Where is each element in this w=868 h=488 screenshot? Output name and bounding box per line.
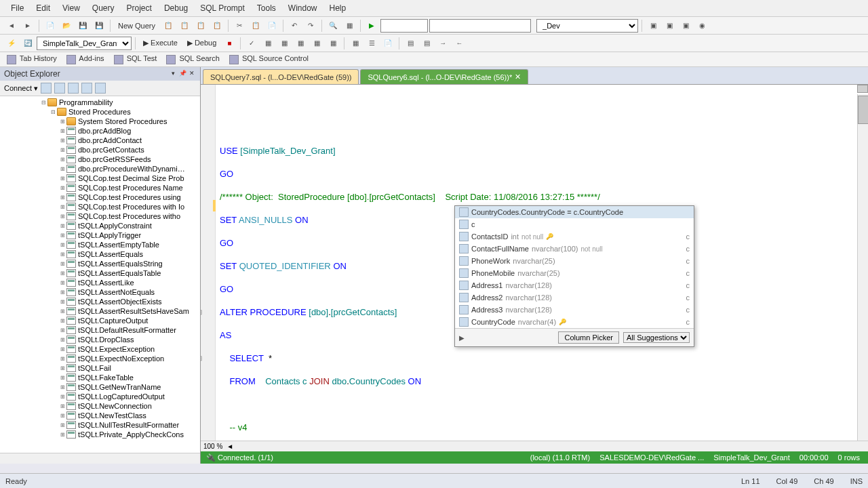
- node-proc[interactable]: ⊞tSQLt.GetNewTranName: [1, 382, 199, 392]
- misc4-icon[interactable]: ◉: [694, 18, 709, 33]
- intellisense-item[interactable]: ContactFullName nvarchar(100) not nullc: [455, 243, 694, 255]
- tree-toggle-icon[interactable]: ⊞: [58, 185, 66, 191]
- dropdown-icon[interactable]: ▾: [169, 70, 177, 78]
- text-icon[interactable]: ☰: [364, 36, 379, 51]
- node-proc[interactable]: ⊞tSQLt.NullTestResultFormatter: [1, 420, 199, 430]
- play-icon[interactable]: ▶: [364, 18, 379, 33]
- node-proc[interactable]: ⊞dbo.prcProcedureWithDynami…: [1, 164, 199, 174]
- change-icon[interactable]: 🔄: [20, 36, 35, 51]
- node-proc[interactable]: ⊞SQLCop.test Procedures Name: [1, 183, 199, 192]
- nq-icon[interactable]: 📋: [161, 18, 176, 33]
- menu-sql-prompt[interactable]: SQL Prompt: [195, 1, 250, 15]
- node-proc[interactable]: ⊞dbo.prcGetContacts: [1, 145, 199, 155]
- combo2[interactable]: [429, 19, 531, 33]
- tree-toggle-icon[interactable]: ⊞: [58, 422, 66, 428]
- env-combo[interactable]: _Dev: [536, 19, 638, 33]
- tree-toggle-icon[interactable]: ⊞: [58, 308, 66, 314]
- node-proc[interactable]: ⊞tSQLt.ExpectException: [1, 344, 199, 354]
- node-proc[interactable]: ⊞tSQLt.AssertLike: [1, 278, 199, 287]
- plan-icon[interactable]: ▦: [260, 36, 275, 51]
- tree-toggle-icon[interactable]: ⊞: [58, 214, 66, 220]
- database-combo[interactable]: SimpleTalk_Dev_Grant: [37, 37, 132, 50]
- tree-toggle-icon[interactable]: ⊞: [58, 223, 66, 229]
- uncomment-icon[interactable]: ▤: [419, 36, 434, 51]
- node-proc[interactable]: ⊞tSQLt.DropClass: [1, 335, 199, 344]
- opt4-icon[interactable]: ▦: [326, 36, 340, 51]
- opt1-icon[interactable]: ▦: [277, 36, 292, 51]
- tree-toggle-icon[interactable]: ⊞: [58, 413, 66, 419]
- menu-view[interactable]: View: [57, 1, 85, 15]
- editor-hscroll[interactable]: 100 % ◄: [201, 441, 868, 451]
- tree-toggle-icon[interactable]: ⊞: [58, 280, 66, 286]
- intellisense-item[interactable]: PhoneMobile nvarchar(25)c: [455, 267, 694, 279]
- node-proc[interactable]: ⊞tSQLt.AssertNotEquals: [1, 287, 199, 297]
- node-proc[interactable]: ⊞dbo.prcGetRSSFeeds: [1, 155, 199, 164]
- misc3-icon[interactable]: ▣: [678, 18, 693, 33]
- menu-debug[interactable]: Debug: [159, 1, 193, 15]
- tree-toggle-icon[interactable]: ⊞: [58, 375, 66, 381]
- tab-inactive[interactable]: SQLQuery7.sql - (l...O-DEV\RedGate (59)): [203, 69, 359, 84]
- node-programmability[interactable]: ⊟Programmability: [1, 98, 199, 107]
- tree-toggle-icon[interactable]: ⊞: [58, 356, 66, 362]
- tree-toggle-icon[interactable]: ⊞: [58, 195, 66, 201]
- disconnect-icon[interactable]: [41, 83, 52, 94]
- nq3-icon[interactable]: 📋: [193, 18, 208, 33]
- menu-project[interactable]: Project: [121, 1, 157, 15]
- tree-toggle-icon[interactable]: ⊞: [58, 147, 66, 153]
- addin-sql-test[interactable]: SQL Test: [111, 54, 160, 64]
- menu-help[interactable]: Help: [324, 1, 352, 15]
- tree-toggle-icon[interactable]: ⊞: [58, 394, 66, 400]
- undo-icon[interactable]: ↶: [287, 18, 302, 33]
- tree-toggle-icon[interactable]: ⊞: [58, 289, 66, 296]
- addin-add-ins[interactable]: Add-ins: [64, 54, 107, 64]
- node-proc[interactable]: ⊞SQLCop.test Decimal Size Prob: [1, 174, 199, 183]
- editor-vscroll[interactable]: [857, 94, 868, 441]
- tab-active[interactable]: SQLQuery6.sql - (l...O-DEV\RedGate (56))…: [360, 69, 528, 84]
- tree-toggle-icon[interactable]: ⊞: [58, 270, 66, 277]
- node-proc[interactable]: ⊞tSQLt.FakeTable: [1, 373, 199, 382]
- node-proc[interactable]: ⊞SQLCop.test Procedures witho: [1, 211, 199, 221]
- split-marker[interactable]: [857, 85, 868, 93]
- node-system-stored-procedures[interactable]: ⊞System Stored Procedures: [1, 117, 199, 126]
- pin-icon[interactable]: 📌: [178, 70, 186, 78]
- tab-close-icon[interactable]: ✕: [515, 73, 521, 81]
- new-query-button[interactable]: New Query: [114, 20, 159, 31]
- tree-toggle-icon[interactable]: ⊞: [58, 251, 66, 258]
- node-proc[interactable]: ⊞tSQLt.ApplyConstraint: [1, 221, 199, 230]
- intellisense-item[interactable]: CountryCode nvarchar(4) 🔑c: [455, 316, 694, 328]
- node-proc[interactable]: ⊞tSQLt.CaptureOutput: [1, 316, 199, 325]
- node-proc[interactable]: ⊞SQLCop.test Procedures using: [1, 192, 199, 202]
- tree-toggle-icon[interactable]: ⊞: [58, 432, 66, 438]
- paste-icon[interactable]: 📄: [264, 18, 279, 33]
- menu-file[interactable]: File: [5, 1, 29, 15]
- node-proc[interactable]: ⊞tSQLt.ExpectNoException: [1, 354, 199, 363]
- expand-icon[interactable]: ▶: [459, 334, 465, 342]
- tree-toggle-icon[interactable]: ⊞: [58, 204, 66, 210]
- nq2-icon[interactable]: 📋: [177, 18, 192, 33]
- node-proc[interactable]: ⊞SQLCop.test Procedures with Io: [1, 202, 199, 211]
- node-proc[interactable]: ⊞tSQLt.AssertEquals: [1, 249, 199, 259]
- tree-toggle-icon[interactable]: ⊞: [58, 403, 66, 409]
- execute-button[interactable]: ▶ Execute: [139, 37, 182, 49]
- opt2-icon[interactable]: ▦: [293, 36, 308, 51]
- cut-icon[interactable]: ✂: [232, 18, 247, 33]
- combo1[interactable]: [380, 19, 428, 33]
- new-icon[interactable]: 📄: [43, 18, 58, 33]
- node-proc[interactable]: ⊞tSQLt.NewConnection: [1, 401, 199, 411]
- intellisense-popup[interactable]: CountryCodes.CountryCode = c.CountryCode…: [454, 205, 694, 347]
- misc2-icon[interactable]: ▣: [662, 18, 677, 33]
- intellisense-item[interactable]: PhoneWork nvarchar(25)c: [455, 255, 694, 267]
- outdent-icon[interactable]: ←: [452, 36, 467, 51]
- node-proc[interactable]: ⊞dbo.prcAddContact: [1, 136, 199, 145]
- node-proc[interactable]: ⊞tSQLt.AssertEmptyTable: [1, 240, 199, 249]
- close-icon[interactable]: ✕: [188, 70, 196, 78]
- object-tree[interactable]: ⊟Programmability⊟Stored Procedures⊞Syste…: [0, 96, 200, 453]
- zoom-level[interactable]: 100 %: [203, 443, 222, 450]
- node-proc[interactable]: ⊞tSQLt.ApplyTrigger: [1, 230, 199, 240]
- tree-toggle-icon[interactable]: ⊟: [39, 100, 47, 106]
- misc1-icon[interactable]: ▣: [646, 18, 660, 33]
- filter-icon[interactable]: [81, 83, 92, 94]
- redo-icon[interactable]: ↷: [303, 18, 318, 33]
- tree-toggle-icon[interactable]: ⊞: [58, 261, 66, 267]
- open-icon[interactable]: 📂: [59, 18, 74, 33]
